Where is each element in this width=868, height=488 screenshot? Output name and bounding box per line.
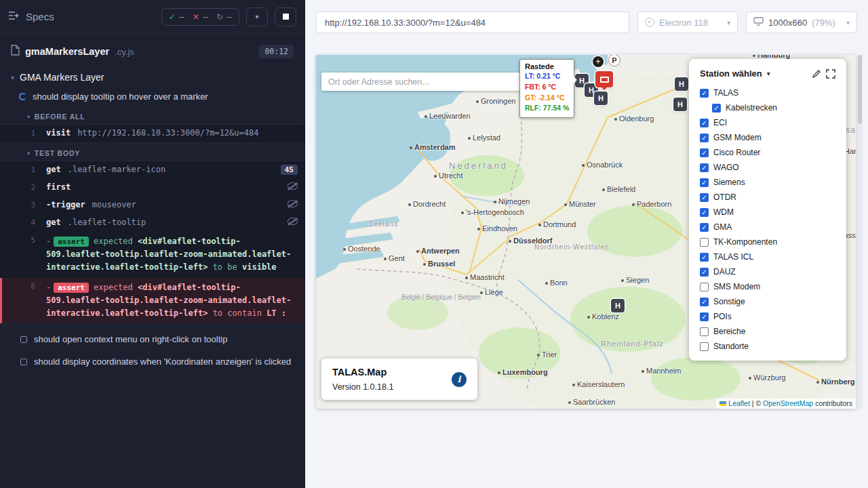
command-row[interactable]: 5 -assertexpected <div#leaflet-tooltip-5… bbox=[0, 232, 304, 278]
pending-test-row[interactable]: should open context menu on right-click … bbox=[0, 328, 304, 350]
layer-item-talas[interactable]: ✓TALAS bbox=[700, 85, 835, 100]
command-row[interactable]: 3 -triggermouseover bbox=[0, 197, 304, 214]
cluster-plus-icon[interactable]: + bbox=[593, 56, 604, 67]
checkbox-checked[interactable]: ✓ bbox=[700, 223, 709, 232]
layer-item-tk-komponenten[interactable]: TK-Komponenten bbox=[700, 235, 835, 249]
scrollbar[interactable] bbox=[857, 55, 863, 409]
city-label: Utrecht bbox=[434, 171, 462, 180]
checkbox-checked[interactable]: ✓ bbox=[700, 134, 709, 142]
layer-item-cisco-router[interactable]: ✓Cisco Router bbox=[700, 145, 835, 160]
browser-select[interactable]: Electron 118 ▾ bbox=[637, 12, 738, 33]
checkbox-checked[interactable]: ✓ bbox=[700, 268, 709, 277]
spec-file-icon bbox=[11, 45, 20, 58]
checkbox-checked[interactable]: ✓ bbox=[700, 298, 709, 306]
station-marker-icon[interactable]: H bbox=[611, 299, 625, 312]
layer-item-gsm-modem[interactable]: ✓GSM Modem bbox=[700, 130, 835, 145]
city-label: Mannheim bbox=[642, 367, 681, 375]
command-body: visithttp://192.168.10.33:3000/?m=12&u=4… bbox=[46, 128, 298, 138]
pending-test-row[interactable]: should display coordinates when 'Koordin… bbox=[0, 350, 304, 373]
checkbox-unchecked[interactable] bbox=[700, 238, 709, 247]
city-dot bbox=[476, 100, 479, 103]
cypress-app: Specs ✓--✕--↻-- ▾ gmaMarkersLayer .cy.js… bbox=[0, 0, 868, 488]
layer-item-otdr[interactable]: ✓OTDR bbox=[700, 190, 835, 205]
checkbox-checked[interactable]: ✓ bbox=[712, 104, 721, 113]
command-row[interactable]: 2 first bbox=[0, 179, 304, 197]
checkbox-checked[interactable]: ✓ bbox=[700, 312, 709, 321]
layer-item-standorte[interactable]: Standorte bbox=[700, 339, 835, 354]
scrollbar-thumb[interactable] bbox=[858, 55, 862, 124]
station-marker-icon[interactable]: H bbox=[675, 77, 688, 91]
layer-item-eci[interactable]: ✓ECI bbox=[700, 115, 835, 130]
city-label: Würzburg bbox=[749, 373, 786, 382]
layer-item-sonstige[interactable]: ✓Sonstige bbox=[700, 294, 835, 309]
assert-text: to contain bbox=[208, 308, 267, 318]
station-marker-icon[interactable]: H bbox=[673, 98, 687, 111]
caret-down-icon: ▾ bbox=[11, 74, 14, 81]
before-all-section[interactable]: ▾ BEFORE ALL bbox=[0, 106, 304, 124]
layer-item-dauz[interactable]: ✓DAUZ bbox=[700, 264, 835, 279]
checkbox-unchecked[interactable] bbox=[700, 327, 709, 336]
checkbox-checked[interactable]: ✓ bbox=[700, 208, 709, 217]
alarm-marker-icon[interactable] bbox=[595, 71, 613, 87]
pending-tests: should open context menu on right-click … bbox=[0, 328, 304, 373]
command-row[interactable]: 1 visithttp://192.168.10.33:3000/?m=12&u… bbox=[0, 125, 304, 142]
city-label: Oldenburg bbox=[614, 115, 654, 123]
city-dot bbox=[564, 203, 567, 206]
command-row[interactable]: 4 get.leaflet-tooltip bbox=[0, 214, 304, 232]
pending-test-title: should display coordinates when 'Koordin… bbox=[34, 357, 291, 367]
command-body: first bbox=[46, 182, 298, 192]
stat-value: -- bbox=[203, 12, 208, 22]
map-search-input[interactable] bbox=[321, 73, 527, 91]
stop-button[interactable] bbox=[275, 7, 296, 26]
suite-title: GMA Markers Layer bbox=[20, 72, 104, 83]
info-icon[interactable]: i bbox=[452, 372, 467, 387]
fullscreen-icon[interactable] bbox=[826, 69, 835, 79]
collapse-button[interactable]: ▾ bbox=[246, 7, 268, 26]
layer-item-bereiche[interactable]: Bereiche bbox=[700, 324, 835, 339]
layer-item-wdm[interactable]: ✓WDM bbox=[700, 205, 835, 220]
command-row[interactable]: 6 -assertexpected <div#leaflet-tooltip-5… bbox=[0, 278, 304, 324]
layer-label: GSM Modem bbox=[713, 133, 762, 142]
command-row[interactable]: 1 get.leaflet-marker-icon45 bbox=[0, 161, 304, 179]
specs-title[interactable]: Specs bbox=[26, 11, 54, 22]
suite-row[interactable]: ▾ GMA Markers Layer bbox=[0, 65, 304, 87]
checkbox-checked[interactable]: ✓ bbox=[700, 253, 709, 262]
osm-link[interactable]: OpenStreetMap bbox=[763, 399, 813, 407]
checkbox-unchecked[interactable] bbox=[700, 283, 709, 291]
stop-icon bbox=[283, 14, 289, 20]
command-number: 1 bbox=[23, 128, 35, 138]
layer-item-pois[interactable]: ✓POIs bbox=[700, 309, 835, 324]
layer-item-talas-icl[interactable]: ✓TALAS ICL bbox=[700, 249, 835, 264]
layer-item-gma[interactable]: ✓GMA bbox=[700, 220, 835, 235]
layer-item-sms-modem[interactable]: SMS Modem bbox=[700, 279, 835, 294]
layer-label: OTDR bbox=[713, 192, 736, 202]
viewport-size: 1000x660 bbox=[768, 18, 807, 28]
checkbox-checked[interactable]: ✓ bbox=[700, 119, 709, 127]
leaflet-link[interactable]: Leaflet bbox=[728, 399, 750, 407]
checkbox-unchecked[interactable] bbox=[700, 342, 709, 351]
layer-item-kabelstrecken[interactable]: ✓Kabelstrecken bbox=[700, 100, 835, 115]
checkbox-checked[interactable]: ✓ bbox=[700, 148, 709, 157]
cross-icon: ✕ bbox=[193, 12, 199, 22]
checkbox-checked[interactable]: ✓ bbox=[700, 89, 709, 98]
active-test-row[interactable]: should display tooltip on hover over a m… bbox=[0, 87, 304, 106]
chevron-down-icon: ▾ bbox=[727, 19, 730, 26]
checkbox-checked[interactable]: ✓ bbox=[700, 193, 709, 202]
checkbox-checked[interactable]: ✓ bbox=[700, 163, 709, 172]
chevron-down-icon[interactable]: ▾ bbox=[767, 70, 770, 77]
city-dot bbox=[632, 203, 635, 206]
layer-item-wago[interactable]: ✓WAGO bbox=[700, 160, 835, 175]
command-number: 2 bbox=[23, 182, 35, 192]
url-input[interactable] bbox=[316, 12, 629, 33]
command-right: 45 bbox=[281, 165, 298, 175]
parking-marker-icon[interactable]: P bbox=[609, 55, 620, 66]
test-body-section[interactable]: ▾ TEST BODY bbox=[0, 143, 304, 161]
map-canvas[interactable]: Rastede LT: 0.21 °CFBT: 6 °CGT: -2.14 °C… bbox=[316, 55, 856, 409]
viewport-select[interactable]: 1000x660 (79%) ▾ bbox=[746, 12, 857, 33]
edit-pencil-icon[interactable] bbox=[812, 69, 821, 79]
aut-viewport: Rastede LT: 0.21 °CFBT: 6 °CGT: -2.14 °C… bbox=[316, 55, 857, 409]
specs-menu-icon[interactable] bbox=[8, 11, 19, 23]
layer-item-siemens[interactable]: ✓Siemens bbox=[700, 175, 835, 190]
checkbox-checked[interactable]: ✓ bbox=[700, 178, 709, 187]
station-marker-icon[interactable]: H bbox=[594, 92, 608, 105]
